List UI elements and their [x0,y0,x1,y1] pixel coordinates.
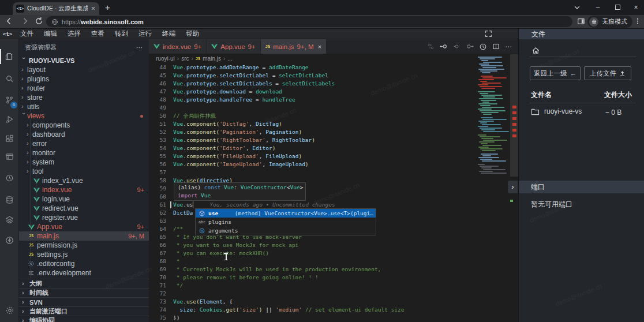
tab-search-chevron-icon[interactable] [568,0,586,14]
nav-back-icon[interactable] [440,43,448,50]
tree-item-layout[interactable]: ›layout [19,65,149,74]
tree-item-main-js[interactable]: JSmain.js9+, M [19,231,149,241]
browser-menu-dots-icon[interactable] [634,17,642,25]
incognito-badge[interactable]: 无痕模式 [587,16,632,28]
sidebar-section-当前激活端口[interactable]: ›当前激活端口 [19,306,149,316]
sidebar-section-大纲[interactable]: ›大纲 [19,279,149,288]
database-icon[interactable] [2,192,17,207]
tree-item-monitor[interactable]: ›monitor [19,148,149,158]
compare-changes-icon[interactable] [427,43,435,50]
error-mark [512,134,516,137]
vue-file-icon [32,215,40,220]
run-debug-icon[interactable] [2,111,17,126]
nav-position-icon[interactable] [453,43,460,50]
tree-item-plugins[interactable]: ›plugins [19,74,149,84]
tab-close-icon[interactable]: × [91,5,96,12]
panel-expand-arrow-icon[interactable]: › [508,181,518,193]
preview-icon[interactable] [2,149,17,164]
tree-item--editorconfig[interactable]: .editorconfig [19,259,149,268]
fullscreen-icon[interactable] [485,30,492,38]
menu-帮助[interactable]: 帮助 [181,29,204,38]
tree-item-register-vue[interactable]: register.vue [19,213,149,222]
tree-item-redirect-vue[interactable]: redirect.vue [19,204,149,213]
tree-item-system[interactable]: ›system [19,158,149,167]
minimap[interactable] [477,39,510,322]
explorer-title: 资源管理器 [25,43,57,52]
menu-转到[interactable]: 转到 [110,29,133,38]
tree-item-permission-js[interactable]: JSpermission.js [19,241,149,250]
home-icon[interactable] [531,46,540,54]
lightning-icon[interactable] [2,233,17,248]
menu-终端[interactable]: 终端 [157,29,181,38]
window-maximize-button[interactable] [608,0,627,14]
browser-tab[interactable]: <t> CloudIDE - 云原生集成开发环境 × [13,2,99,15]
code-line-71: 71 */ [149,282,518,290]
tree-item-store[interactable]: ›store [19,93,149,102]
ide-logo: <t> [0,31,15,37]
sidebar-section-编码协同[interactable]: ›编码协同 [19,316,149,322]
browser-back-icon[interactable] [5,17,13,25]
source-control-icon[interactable]: 6 [2,92,17,107]
browser-forward-icon[interactable] [21,17,29,25]
editor-tab-App.vue[interactable]: App.vue 9+ [207,39,260,54]
side-panel-icon[interactable] [577,17,585,25]
method-icon [198,210,206,217]
editor-tabbar: index.vue 9+App.vue 9+JSmain.js 9+, M× ⋯ [149,39,518,54]
vue-file-icon [32,178,40,184]
browser-reload-icon[interactable] [35,17,43,25]
menu-查看[interactable]: 查看 [86,29,110,38]
tree-item-App-vue[interactable]: App.vue9+ [19,222,149,231]
tree-item-views[interactable]: ›views [19,111,149,121]
vue-file-icon [32,206,40,211]
window-close-button[interactable]: × [627,0,644,14]
tree-item-index-vue[interactable]: index.vue9+ [19,185,149,194]
error-mark [512,106,516,108]
window-minimize-button[interactable]: – [589,0,607,14]
editor-tab-index.vue[interactable]: index.vue 9+ [149,39,206,54]
explorer-icon[interactable] [0,49,16,64]
upload-file-button[interactable]: 上传文件 [584,66,631,80]
breadcrumb-item[interactable]: main.js [203,55,221,62]
url-bar[interactable]: https://webide.sinosoft.com [46,16,572,27]
autocomplete-popup[interactable]: use(method) VueConstructor<Vue>.use<T>(p… [195,208,376,235]
tree-item-dashboard[interactable]: ›dashboard [19,130,149,139]
tree-item-components[interactable]: ›components [19,121,149,130]
suggest-item-arguments[interactable]: arguments [196,226,376,235]
menu-文件[interactable]: 文件 [15,29,39,38]
indent-guide [36,121,36,222]
menu-运行[interactable]: 运行 [133,29,157,38]
code-line-68: 68 * [149,257,518,265]
tree-item-router[interactable]: ›router [19,84,149,93]
editor-tab-main.js[interactable]: JSmain.js 9+, M× [261,39,326,54]
breadcrumb-item[interactable]: ... [227,55,232,62]
tree-item-error[interactable]: ›error [19,139,149,148]
breadcrumb-item[interactable]: ruoyi-ui [156,55,175,62]
sidebar-section-SVN[interactable]: ›SVN [19,297,149,306]
tree-item--env-development[interactable]: .env.development [19,268,149,278]
tree-item-index_v1-vue[interactable]: index_v1.vue [19,176,149,185]
extensions-icon[interactable] [2,131,17,146]
new-tab-button[interactable]: + [105,3,110,12]
layers-icon[interactable] [2,212,17,227]
menu-选择[interactable]: 选择 [62,29,86,38]
tree-item-settings-js[interactable]: JSsettings.js [19,250,149,259]
suggest-item-plugins[interactable]: abcplugins [196,218,376,226]
settings-gear-icon[interactable] [2,303,17,318]
tree-item-utils[interactable]: ›utils [19,102,149,111]
breadcrumb[interactable]: ruoyi-ui›src›JSmain.js›... [149,54,518,63]
ports-header[interactable]: 端口 [519,181,644,193]
suggest-item-use[interactable]: use(method) VueConstructor<Vue>.use<T>(p… [196,209,376,218]
sidebar-section-时间线[interactable]: ›时间线 [19,288,149,297]
search-icon[interactable] [2,71,17,86]
explorer-more-actions-icon[interactable]: ⋯ [136,44,143,51]
tree-item-login-vue[interactable]: login.vue [19,194,149,204]
timeline-clock-icon[interactable] [2,170,17,185]
back-up-level-button[interactable]: 返回上一级 ← [530,66,581,80]
tree-root-ruoyi-vue-vs[interactable]: › RUOYI-VUE-VS [19,55,149,65]
tree-item-tool[interactable]: ›tool [19,167,149,176]
file-size: ~ 0 B [605,108,621,117]
breadcrumb-item[interactable]: src [181,55,189,62]
menu-编辑[interactable]: 编辑 [39,29,62,38]
tab-close-icon[interactable]: × [318,43,321,50]
nav-forward-icon[interactable] [466,43,474,50]
